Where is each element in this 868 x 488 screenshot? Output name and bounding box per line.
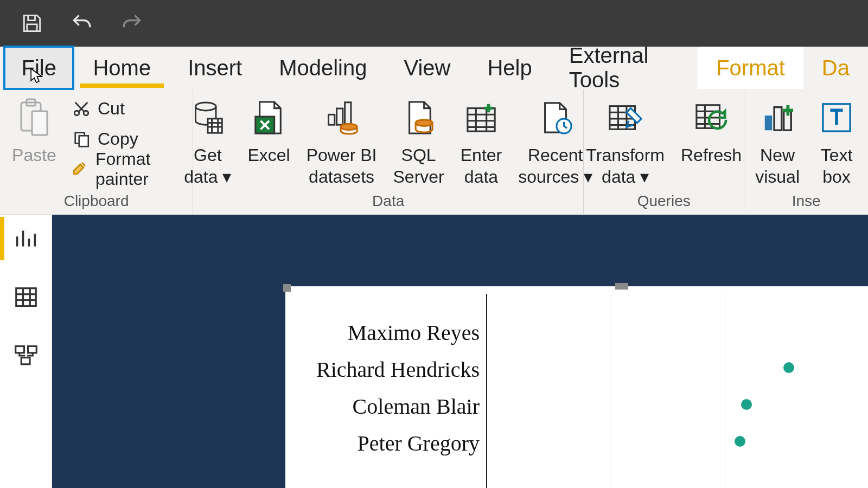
- pbi-datasets-icon: [324, 94, 359, 141]
- enter-data-button[interactable]: Enter data: [454, 92, 508, 188]
- undo-button[interactable]: [68, 10, 95, 37]
- paste-button[interactable]: Paste: [4, 92, 64, 166]
- tab-modeling-label: Modeling: [279, 56, 367, 80]
- save-button[interactable]: [18, 10, 46, 37]
- tab-view-label: View: [404, 56, 451, 80]
- group-data: Get data ▾ Excel: [193, 89, 584, 214]
- chart-data-point: [783, 362, 794, 373]
- svg-point-4: [74, 111, 79, 115]
- format-painter-button[interactable]: Format painter: [67, 154, 188, 184]
- paste-icon: [17, 94, 52, 141]
- refresh-button[interactable]: Refresh: [674, 92, 748, 166]
- svg-rect-7: [79, 136, 88, 146]
- pbi-datasets-button[interactable]: Power BI datasets: [300, 92, 384, 188]
- chart-visual[interactable]: Maximo Reyes Richard Hendricks Coleman B…: [285, 286, 868, 488]
- svg-rect-12: [336, 108, 342, 125]
- tab-modeling[interactable]: Modeling: [260, 47, 385, 89]
- data-view-button[interactable]: [12, 283, 40, 311]
- tab-home-label: Home: [93, 56, 151, 80]
- new-visual-icon: [761, 94, 794, 141]
- tab-help[interactable]: Help: [469, 47, 550, 89]
- tab-file-label: File: [21, 56, 56, 80]
- ribbon-tabs: File Home Insert Modeling View Help Exte…: [0, 47, 868, 89]
- chevron-down-icon: ▾: [640, 167, 649, 187]
- report-canvas[interactable]: Maximo Reyes Richard Hendricks Coleman B…: [52, 215, 868, 488]
- group-insert-label: Inse: [792, 192, 821, 213]
- quick-access-toolbar: [0, 0, 868, 47]
- cut-label: Cut: [98, 99, 125, 119]
- tab-data-context-label: Da: [822, 56, 850, 80]
- get-data-button[interactable]: Get data ▾: [177, 92, 238, 188]
- sql-server-button[interactable]: SQL Server: [386, 92, 450, 188]
- group-queries-label: Queries: [637, 192, 691, 213]
- group-clipboard: Paste Cut: [0, 89, 193, 214]
- format-painter-icon: [71, 158, 90, 180]
- chart-category-label: Richard Hendricks: [290, 357, 480, 382]
- svg-rect-0: [27, 24, 37, 31]
- svg-rect-21: [774, 107, 782, 131]
- copy-icon: [71, 128, 92, 150]
- tab-view[interactable]: View: [386, 47, 469, 89]
- group-clipboard-label: Clipboard: [64, 192, 129, 213]
- svg-rect-11: [328, 114, 334, 125]
- svg-rect-24: [16, 288, 35, 306]
- chart-data-point: [741, 399, 752, 410]
- tab-format[interactable]: Format: [698, 47, 803, 89]
- resize-handle-top-left[interactable]: [283, 284, 291, 292]
- group-data-label: Data: [372, 192, 404, 213]
- svg-point-14: [341, 124, 357, 130]
- sql-server-label: SQL Server: [393, 144, 444, 188]
- chart-gridline: [611, 294, 611, 488]
- tab-data-context[interactable]: Da: [803, 47, 868, 89]
- svg-rect-27: [21, 358, 30, 364]
- group-queries: Transform data ▾ Refresh Queries: [584, 89, 744, 214]
- new-visual-button[interactable]: New visual: [749, 92, 806, 188]
- tab-format-label: Format: [716, 56, 785, 80]
- enter-data-label: Enter data: [461, 144, 502, 188]
- chart-data-point: [735, 436, 745, 447]
- chart-category-label: Peter Gregory: [290, 431, 480, 456]
- text-box-button[interactable]: Text box: [809, 92, 864, 188]
- chart-category-label: Coleman Blair: [290, 394, 480, 419]
- transform-data-label: Transform data ▾: [586, 144, 665, 188]
- cut-icon: [71, 98, 92, 119]
- get-data-label: Get data ▾: [184, 144, 231, 188]
- tab-home[interactable]: Home: [74, 47, 169, 89]
- cut-button[interactable]: Cut: [67, 93, 188, 124]
- svg-rect-25: [15, 346, 24, 353]
- tab-external-tools[interactable]: External Tools: [551, 47, 698, 89]
- excel-label: Excel: [247, 144, 290, 166]
- copy-label: Copy: [98, 129, 138, 149]
- svg-rect-13: [344, 102, 350, 125]
- tab-insert[interactable]: Insert: [169, 47, 260, 89]
- ribbon: Paste Cut: [0, 89, 868, 215]
- text-box-label: Text box: [821, 144, 853, 188]
- excel-button[interactable]: Excel: [241, 92, 296, 166]
- report-view-button[interactable]: [12, 224, 40, 253]
- svg-rect-3: [32, 111, 47, 135]
- excel-icon: [253, 94, 285, 141]
- model-view-button[interactable]: [12, 342, 40, 370]
- tab-file[interactable]: File: [3, 46, 74, 90]
- chart-category-label: Maximo Reyes: [290, 320, 480, 345]
- view-rail: [0, 215, 52, 488]
- transform-data-button[interactable]: Transform data ▾: [579, 92, 671, 188]
- transform-data-icon: [608, 94, 643, 141]
- tab-insert-label: Insert: [188, 56, 242, 80]
- paste-label: Paste: [12, 144, 56, 166]
- svg-point-15: [416, 120, 432, 126]
- text-box-icon: [821, 94, 852, 141]
- format-painter-label: Format painter: [95, 149, 185, 189]
- refresh-label: Refresh: [681, 144, 742, 166]
- refresh-icon: [694, 94, 728, 141]
- group-insert: New visual Text box Inse: [744, 89, 868, 214]
- redo-button[interactable]: [118, 10, 145, 37]
- resize-handle-top[interactable]: [615, 283, 628, 290]
- tab-help-label: Help: [487, 56, 532, 80]
- new-visual-label: New visual: [755, 144, 800, 188]
- pbi-datasets-label: Power BI datasets: [307, 144, 377, 188]
- get-data-icon: [192, 94, 224, 141]
- recent-sources-icon: [539, 94, 572, 141]
- chevron-down-icon: ▾: [222, 167, 231, 187]
- svg-rect-26: [28, 346, 36, 353]
